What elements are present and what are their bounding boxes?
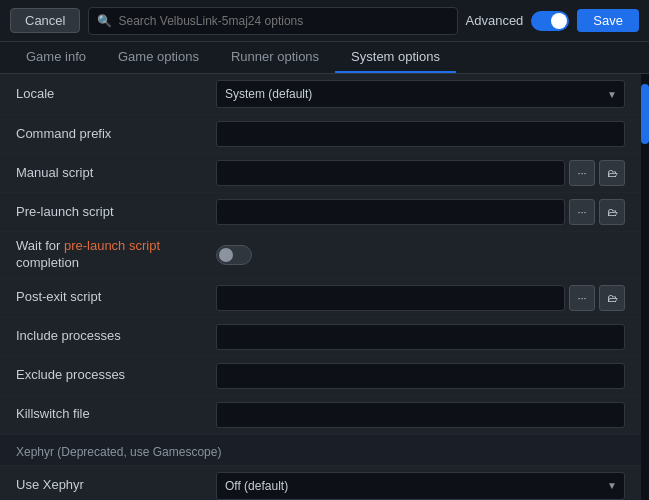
search-input[interactable] (118, 14, 448, 28)
label-killswitch-file: Killswitch file (16, 406, 216, 423)
scrollbar-track[interactable] (641, 74, 649, 500)
control-post-exit-script: ··· 🗁 (216, 285, 625, 311)
control-manual-script: ··· 🗁 (216, 160, 625, 186)
manual-script-input[interactable] (216, 160, 565, 186)
tab-system-options[interactable]: System options (335, 42, 456, 73)
advanced-area: Advanced (466, 11, 570, 31)
form-section-xephyr: Use Xephyr Off (default) Xephyr resoluti… (0, 466, 641, 500)
search-icon: 🔍 (97, 14, 112, 28)
content-area: Locale System (default) Command prefix (0, 74, 649, 500)
prelaunch-link: pre-launch script (64, 238, 160, 253)
row-wait-prelaunch: Wait for pre-launch scriptcompletion (0, 232, 641, 279)
scrollbar-thumb[interactable] (641, 84, 649, 144)
label-manual-script: Manual script (16, 165, 216, 182)
label-wait-prelaunch: Wait for pre-launch scriptcompletion (16, 238, 216, 272)
control-killswitch-file (216, 402, 625, 428)
label-locale: Locale (16, 86, 216, 103)
header: Cancel 🔍 Advanced Save (0, 0, 649, 42)
tab-runner-options[interactable]: Runner options (215, 42, 335, 73)
cancel-button[interactable]: Cancel (10, 8, 80, 33)
main-content: Locale System (default) Command prefix (0, 74, 641, 500)
advanced-label: Advanced (466, 13, 524, 28)
row-locale: Locale System (default) (0, 74, 641, 115)
control-locale: System (default) (216, 80, 625, 108)
control-use-xephyr: Off (default) (216, 472, 625, 500)
pre-launch-dots-button[interactable]: ··· (569, 199, 595, 225)
command-prefix-input[interactable] (216, 121, 625, 147)
pre-launch-folder-button[interactable]: 🗁 (599, 199, 625, 225)
row-manual-script: Manual script ··· 🗁 (0, 154, 641, 193)
post-exit-script-input[interactable] (216, 285, 565, 311)
form-section-main: Locale System (default) Command prefix (0, 74, 641, 435)
search-box: 🔍 (88, 7, 457, 35)
killswitch-file-input[interactable] (216, 402, 625, 428)
control-command-prefix (216, 121, 625, 147)
row-command-prefix: Command prefix (0, 115, 641, 154)
row-post-exit-script: Post-exit script ··· 🗁 (0, 279, 641, 318)
control-include-processes (216, 324, 625, 350)
xephyr-section-header: Xephyr (Deprecated, use Gamescope) (0, 435, 641, 466)
tab-game-options[interactable]: Game options (102, 42, 215, 73)
manual-script-folder-button[interactable]: 🗁 (599, 160, 625, 186)
use-xephyr-select[interactable]: Off (default) (216, 472, 625, 500)
exclude-processes-input[interactable] (216, 363, 625, 389)
row-killswitch-file: Killswitch file (0, 396, 641, 435)
use-xephyr-select-wrapper: Off (default) (216, 472, 625, 500)
control-wait-prelaunch (216, 245, 625, 265)
control-exclude-processes (216, 363, 625, 389)
tab-game-info[interactable]: Game info (10, 42, 102, 73)
label-pre-launch-script: Pre-launch script (16, 204, 216, 221)
label-use-xephyr: Use Xephyr (16, 477, 216, 494)
row-include-processes: Include processes (0, 318, 641, 357)
include-processes-input[interactable] (216, 324, 625, 350)
label-exclude-processes: Exclude processes (16, 367, 216, 384)
post-exit-folder-button[interactable]: 🗁 (599, 285, 625, 311)
row-exclude-processes: Exclude processes (0, 357, 641, 396)
advanced-toggle[interactable] (531, 11, 569, 31)
tabs-bar: Game info Game options Runner options Sy… (0, 42, 649, 74)
locale-select-wrapper: System (default) (216, 80, 625, 108)
label-command-prefix: Command prefix (16, 126, 216, 143)
pre-launch-script-input[interactable] (216, 199, 565, 225)
manual-script-dots-button[interactable]: ··· (569, 160, 595, 186)
control-pre-launch-script: ··· 🗁 (216, 199, 625, 225)
save-button[interactable]: Save (577, 9, 639, 32)
wait-prelaunch-toggle[interactable] (216, 245, 252, 265)
label-post-exit-script: Post-exit script (16, 289, 216, 306)
post-exit-dots-button[interactable]: ··· (569, 285, 595, 311)
label-include-processes: Include processes (16, 328, 216, 345)
locale-select[interactable]: System (default) (216, 80, 625, 108)
row-pre-launch-script: Pre-launch script ··· 🗁 (0, 193, 641, 232)
row-use-xephyr: Use Xephyr Off (default) (0, 466, 641, 500)
